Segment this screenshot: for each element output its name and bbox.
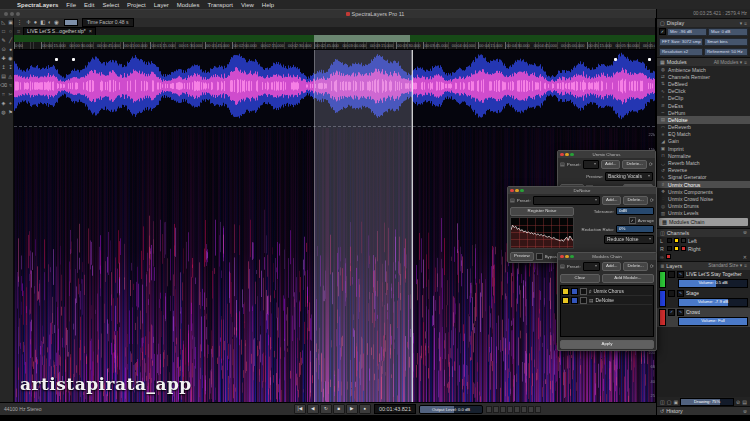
layer-color-swatch[interactable] [659,271,666,288]
reset-icon[interactable]: ⟳ [650,263,654,269]
tool-7-icon[interactable]: ● [7,45,14,54]
gear-icon[interactable]: ⊚ [743,409,747,414]
playhead-cursor[interactable] [412,50,413,402]
module-item-imprint[interactable]: ▣Imprint [657,145,750,152]
channel-color-swatch[interactable] [681,238,686,243]
preset-dropdown[interactable]: ▾ [583,262,600,271]
channel-color-swatch[interactable] [674,238,679,243]
tool-13-icon[interactable]: ◬ [7,72,14,81]
layer-visibility-checkbox[interactable] [668,271,675,278]
module-item-unmix-components[interactable]: ❖Unmix Components [657,188,750,195]
tool-3-icon[interactable]: ○ [7,27,14,36]
menu-edit[interactable]: Edit [80,2,98,8]
reduce-mode-dropdown[interactable]: Reduce Noise▾ [604,235,654,244]
layer-volume-slider[interactable]: Volume: Full [678,317,748,326]
display-field[interactable]: FFT Size: 3072 smp [659,38,703,46]
waveform-marker[interactable] [72,58,75,61]
preset-delete-button[interactable]: Delete... [622,160,646,169]
history-panel-header[interactable]: ↺ History ⊚ [657,407,750,415]
menu-icon[interactable]: ≡ [744,263,747,268]
module-item-denoise[interactable]: ▤DeNoise [657,116,750,123]
preset-add-button[interactable]: Add... [602,262,621,271]
modules-chain-titlebar[interactable]: Modules Chain [558,253,656,260]
overview-selection[interactable] [314,35,410,42]
gear-icon[interactable]: ⊚ [743,230,747,235]
skip-start-button[interactable]: |◀ [294,404,306,414]
chevron-down-icon[interactable]: ▾ [740,21,742,26]
layer-volume-slider[interactable]: Volume: -7.9 dB [678,298,748,307]
module-item-deess[interactable]: ≋DeEss [657,102,750,109]
module-item-unmix-drums[interactable]: ◎Unmix Drums [657,203,750,210]
display-panel-header[interactable]: ▢ Display ▾≡ [657,19,750,27]
output-level-slider[interactable]: Output Level: 0.0 dB [419,405,483,414]
preview-badge[interactable] [571,288,578,295]
module-item-normalize[interactable]: ⊓Normalize [657,152,750,159]
preset-delete-button[interactable]: Delete... [623,262,647,271]
color-swatch[interactable] [64,19,78,26]
chain-item-unmix-chorus[interactable]: ♯Unmix Chorus [562,287,652,296]
module-item-reverse[interactable]: ↺Reverse [657,167,750,174]
module-item-debleed[interactable]: ⇅DeBleed [657,80,750,87]
move-handle-icon[interactable]: ⋮ [16,18,23,27]
module-item-dereverb[interactable]: ◠DeReverb [657,124,750,131]
menu-layer[interactable]: Layer [150,2,173,8]
tool-0-icon[interactable]: ◺ [0,18,7,27]
menu-view[interactable]: View [237,2,258,8]
preset-delete-button[interactable]: Delete... [623,196,647,205]
menu-icon[interactable]: ≡ [744,60,747,65]
channel-color-swatch[interactable] [666,254,671,259]
module-item-unmix-levels[interactable]: ▥Unmix Levels [657,210,750,217]
tool-17-icon[interactable]: ✂ [7,90,14,99]
preset-dropdown[interactable]: ▾ [583,160,599,169]
enabled-badge[interactable] [562,297,569,304]
menu-icon[interactable]: ≡ [744,21,747,26]
modules-chain-dialog[interactable]: Modules Chain ▤ Preset: ▾ Add... Delete.… [557,252,657,351]
chain-item-denoise[interactable]: ▤DeNoise [562,296,652,305]
channel-row-l[interactable]: LLeft [657,237,750,245]
average-checkbox[interactable]: ✓ [629,217,636,224]
module-item-gain[interactable]: ◢Gain [657,138,750,145]
tool-1-icon[interactable]: ▣ [7,18,14,27]
tool-8-icon[interactable]: ✚ [0,54,7,63]
time-selection-region[interactable] [314,50,412,402]
chain-checkbox[interactable] [580,297,587,304]
tool-12-icon[interactable]: ▤ [0,72,7,81]
module-item-dehum[interactable]: ∼DeHum [657,109,750,116]
chain-checkbox[interactable] [580,288,587,295]
waveform-marker[interactable] [614,58,617,61]
module-item-declick[interactable]: ∿DeClick [657,88,750,95]
module-item-unmix-crowd-noise[interactable]: ◌Unmix Crowd Noise [657,195,750,202]
tool-21-icon[interactable]: ⚑ [7,108,14,117]
layer-color-swatch[interactable] [659,290,666,307]
tool-2-icon[interactable]: □ [0,27,7,36]
reset-icon[interactable]: ⟳ [649,161,653,167]
preview-button[interactable]: Preview [510,252,534,261]
add-module-button[interactable]: Add Module... [602,274,654,283]
display-field[interactable]: Resolution x2 [659,48,703,56]
preset-add-button[interactable]: Add... [601,160,620,169]
layers-panel-header[interactable]: ≣ Layers Standard Size ▾≡ [657,262,750,270]
tool-20-icon[interactable]: ◍ [0,108,7,117]
layer-option2-icon[interactable]: ▣ [673,399,678,405]
tool-6-icon[interactable]: ⊙ [0,45,7,54]
preview-mode-dropdown[interactable]: Backing Vocals▾ [605,172,653,181]
module-item-eq-match[interactable]: ≡EQ Match [657,131,750,138]
modules-chain-button[interactable]: ▦ Modules Chain [659,218,748,226]
menu-transport[interactable]: Transport [203,2,236,8]
module-item-declip[interactable]: ⌃DeClip [657,95,750,102]
preset-add-button[interactable]: Add... [602,196,621,205]
grid-view-icon[interactable]: ⌗ [14,28,23,35]
tool-18-icon[interactable]: ◈ [0,99,7,108]
lock-icon[interactable]: ⊘ [736,399,740,405]
display-field[interactable]: Max: 0 dB [708,28,748,36]
display-field[interactable]: Refinement: 50 Hz [704,48,748,56]
tool-5-icon[interactable]: ╱ [7,36,14,45]
layer-visibility-checkbox[interactable] [668,290,675,297]
modules-panel-header[interactable]: ▦ Modules All Modules ▾≡ [657,58,750,66]
layer-item-crowd[interactable]: ✓∿CrowdVolume: Full [657,308,750,327]
denoise-titlebar[interactable]: DeNoise [508,187,656,194]
channel-color-swatch[interactable] [674,246,679,251]
blend-mode-icon[interactable]: ◫ [660,399,665,405]
module-item-unmix-chorus[interactable]: ♯Unmix Chorus [657,181,750,188]
rewind-button[interactable]: ◀ [307,404,319,414]
